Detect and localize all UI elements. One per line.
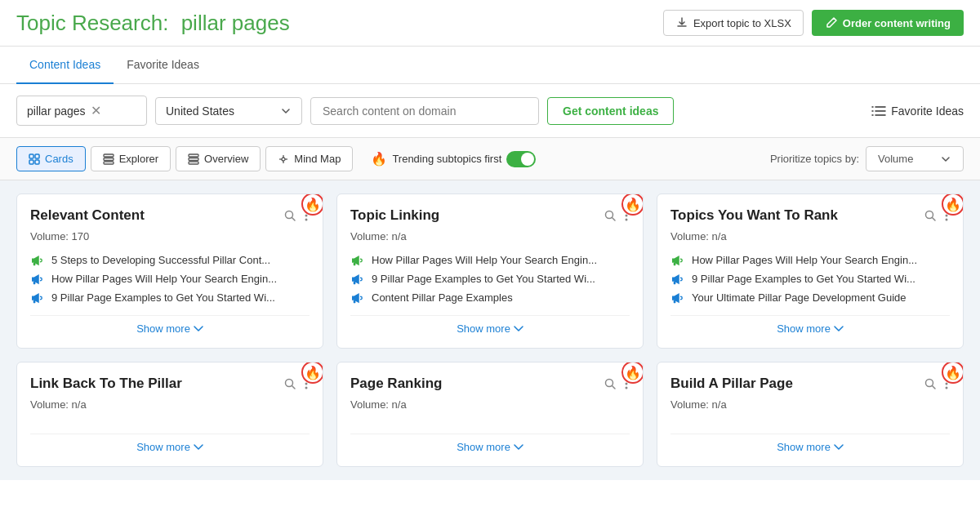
card-volume: Volume: 170 (30, 230, 310, 242)
card-title: Topic Linking (350, 207, 472, 224)
clear-keyword-button[interactable]: ✕ (91, 103, 101, 118)
priority-dropdown[interactable]: Volume (866, 146, 964, 171)
megaphone-icon (670, 292, 685, 304)
svg-point-40 (946, 215, 948, 217)
card-search-button[interactable] (922, 376, 938, 395)
tab-favorite-ideas[interactable]: Favorite Ideas (114, 47, 212, 84)
country-value: United States (166, 105, 234, 118)
card-item-text: 9 Pillar Page Examples to Get You Starte… (692, 273, 915, 285)
overview-view-icon (188, 153, 199, 165)
megaphone-icon (30, 274, 45, 285)
prioritize-section: Prioritize topics by: Volume (770, 146, 964, 171)
card-title: Link Back To The Pillar (30, 376, 215, 392)
svg-point-16 (282, 158, 285, 161)
card-search-button[interactable] (602, 207, 618, 227)
tab-content-ideas[interactable]: Content Ideas (16, 47, 114, 84)
cards-grid: 🔥 Relevant Content V (0, 180, 980, 480)
card-item-text: Content Pillar Page Examples (372, 291, 513, 304)
trending-fire-icon: 🔥 (301, 193, 323, 216)
card-item: 9 Pillar Page Examples to Get You Starte… (30, 291, 310, 304)
card-title: Page Ranking (350, 376, 474, 392)
show-more-button[interactable]: Show more (670, 315, 950, 335)
svg-point-58 (946, 383, 948, 385)
svg-point-25 (305, 219, 308, 221)
view-cards-button[interactable]: Cards (16, 146, 86, 171)
card-search-button[interactable] (282, 207, 298, 227)
card-search-button[interactable] (922, 207, 938, 227)
card-header: Relevant Content (30, 207, 310, 227)
card-build-a-pillar-page: 🔥 Build A Pillar Page (657, 362, 964, 467)
card-header: Topic Linking (350, 207, 630, 227)
show-more-button[interactable]: Show more (350, 434, 630, 453)
card-header: Build A Pillar Page (670, 376, 950, 395)
card-volume: Volume: n/a (350, 398, 630, 411)
trending-toggle[interactable] (506, 151, 536, 167)
svg-rect-8 (29, 160, 33, 164)
svg-rect-42 (674, 262, 676, 265)
search-icon (924, 377, 937, 390)
trending-label: 🔥 Trending subtopics first (371, 151, 536, 167)
svg-line-56 (933, 386, 936, 389)
svg-point-33 (626, 219, 628, 221)
chevron-down-icon (834, 326, 844, 332)
show-more-button[interactable]: Show more (670, 434, 950, 453)
view-mind-map-button[interactable]: Mind Map (265, 146, 353, 171)
show-more-button[interactable]: Show more (30, 315, 310, 335)
list-icon (871, 105, 886, 117)
megaphone-icon (350, 274, 365, 285)
domain-search-input[interactable] (310, 97, 539, 125)
order-writing-button[interactable]: Order content writing (812, 10, 964, 36)
search-icon (604, 209, 617, 222)
svg-rect-7 (35, 154, 39, 158)
card-page-ranking: 🔥 Page Ranking Volum (336, 362, 644, 467)
favorite-ideas-link[interactable]: Favorite Ideas (871, 105, 964, 118)
show-more-button[interactable]: Show more (30, 434, 310, 453)
card-item: How Pillar Pages Will Help Your Search E… (670, 254, 950, 266)
svg-point-49 (305, 387, 308, 389)
card-volume: Volume: n/a (670, 230, 950, 242)
svg-point-32 (626, 215, 628, 217)
chevron-down-icon (194, 326, 203, 332)
trending-fire-icon: 🔥 (621, 193, 644, 216)
svg-rect-13 (189, 154, 198, 157)
svg-rect-35 (354, 281, 356, 284)
view-explorer-button[interactable]: Explorer (91, 146, 171, 171)
svg-rect-15 (189, 162, 198, 164)
top-bar: Topic Research: pillar pages Export topi… (0, 0, 980, 47)
tabs-bar: Content Ideas Favorite Ideas (0, 47, 980, 84)
svg-rect-36 (354, 300, 356, 303)
trending-fire-icon: 🔥 (301, 362, 323, 384)
card-item-text: How Pillar Pages Will Help Your Search E… (692, 254, 917, 266)
card-items: 5 Steps to Developing Successful Pillar … (30, 254, 310, 304)
svg-line-30 (612, 218, 616, 221)
country-selector[interactable]: United States (155, 97, 302, 125)
chevron-down-icon (834, 444, 844, 451)
card-header: Link Back To The Pillar (30, 376, 310, 395)
card-item: How Pillar Pages Will Help Your Search E… (350, 254, 630, 266)
card-item: 9 Pillar Page Examples to Get You Starte… (350, 273, 630, 285)
chevron-down-icon (514, 444, 523, 451)
get-content-ideas-button[interactable]: Get content ideas (547, 97, 674, 125)
svg-line-46 (292, 386, 296, 389)
svg-rect-44 (674, 300, 676, 303)
card-title: Relevant Content (30, 207, 177, 224)
megaphone-icon (350, 292, 365, 304)
mind-map-view-icon (278, 153, 289, 165)
view-overview-button[interactable]: Overview (176, 146, 261, 171)
show-more-button[interactable]: Show more (350, 315, 630, 335)
card-link-back-to-pillar: 🔥 Link Back To The Pillar (16, 362, 323, 467)
card-item-text: How Pillar Pages Will Help Your Search E… (51, 273, 277, 285)
card-item: 5 Steps to Developing Successful Pillar … (30, 254, 310, 266)
card-header: Page Ranking (350, 376, 630, 395)
svg-line-22 (292, 218, 296, 221)
card-search-button[interactable] (602, 376, 618, 395)
card-item-text: 9 Pillar Page Examples to Get You Starte… (372, 273, 595, 285)
card-item-text: 5 Steps to Developing Successful Pillar … (51, 254, 270, 266)
svg-point-41 (946, 219, 948, 221)
card-item: 9 Pillar Page Examples to Get You Starte… (670, 273, 950, 285)
svg-point-59 (946, 387, 948, 389)
export-button[interactable]: Export topic to XLSX (663, 10, 804, 36)
svg-rect-10 (104, 154, 114, 157)
svg-point-53 (626, 383, 628, 385)
card-search-button[interactable] (282, 376, 298, 395)
